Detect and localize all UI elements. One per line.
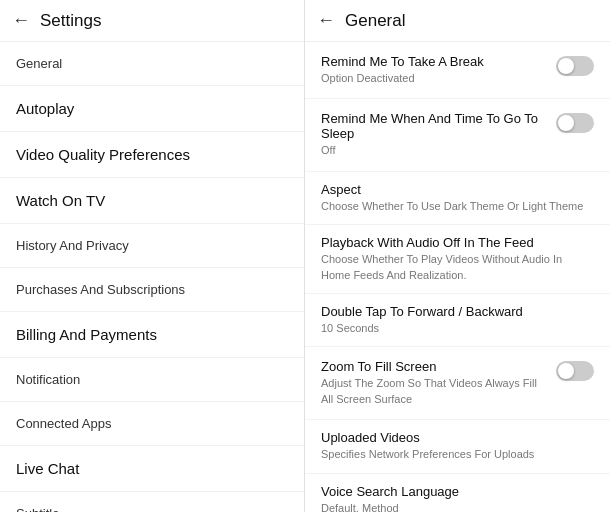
sidebar-item-10[interactable]: Subtitle: [0, 492, 304, 512]
setting-title-remind-sleep: Remind Me When And Time To Go To Sleep: [321, 111, 546, 141]
sidebar-item-2[interactable]: Video Quality Preferences: [0, 132, 304, 178]
setting-item-uploaded-videos[interactable]: Uploaded VideosSpecifies Network Prefere…: [305, 420, 610, 473]
setting-item-playback-audio-off[interactable]: Playback With Audio Off In The FeedChoos…: [305, 225, 610, 294]
setting-text-remind-sleep: Remind Me When And Time To Go To SleepOf…: [321, 111, 556, 158]
setting-title-voice-search: Voice Search Language: [321, 484, 594, 499]
setting-item-remind-break: Remind Me To Take A BreakOption Deactiva…: [305, 42, 610, 99]
right-header: ← General: [305, 0, 610, 42]
left-header: ← Settings: [0, 0, 304, 42]
toggle-remind-break[interactable]: [556, 56, 594, 76]
setting-title-remind-break: Remind Me To Take A Break: [321, 54, 546, 69]
sidebar-item-0[interactable]: General: [0, 42, 304, 86]
setting-text-zoom-fill: Zoom To Fill ScreenAdjust The Zoom So Th…: [321, 359, 556, 407]
sidebar-item-7[interactable]: Notification: [0, 358, 304, 402]
setting-subtitle-zoom-fill: Adjust The Zoom So That Videos Always Fi…: [321, 376, 546, 407]
left-panel: ← Settings GeneralAutoplayVideo Quality …: [0, 0, 305, 512]
setting-title-uploaded-videos: Uploaded Videos: [321, 430, 594, 445]
right-back-arrow[interactable]: ←: [317, 10, 335, 31]
setting-subtitle-uploaded-videos: Specifies Network Preferences For Upload…: [321, 447, 594, 462]
setting-item-remind-sleep: Remind Me When And Time To Go To SleepOf…: [305, 99, 610, 171]
left-menu: GeneralAutoplayVideo Quality Preferences…: [0, 42, 304, 512]
left-panel-title: Settings: [40, 11, 101, 31]
setting-subtitle-double-tap: 10 Seconds: [321, 321, 594, 336]
sidebar-item-6[interactable]: Billing And Payments: [0, 312, 304, 358]
setting-subtitle-remind-break: Option Deactivated: [321, 71, 546, 86]
setting-item-zoom-fill: Zoom To Fill ScreenAdjust The Zoom So Th…: [305, 347, 610, 420]
setting-title-aspect: Aspect: [321, 182, 594, 197]
sidebar-item-5[interactable]: Purchases And Subscriptions: [0, 268, 304, 312]
setting-text-remind-break: Remind Me To Take A BreakOption Deactiva…: [321, 54, 556, 86]
toggle-remind-sleep[interactable]: [556, 113, 594, 133]
sidebar-item-4[interactable]: History And Privacy: [0, 224, 304, 268]
toggle-container-remind-break: [556, 56, 594, 76]
toggle-zoom-fill[interactable]: [556, 361, 594, 381]
sidebar-item-1[interactable]: Autoplay: [0, 86, 304, 132]
right-panel: ← General Remind Me To Take A BreakOptio…: [305, 0, 610, 512]
setting-subtitle-playback-audio-off: Choose Whether To Play Videos Without Au…: [321, 252, 594, 283]
setting-item-aspect[interactable]: AspectChoose Whether To Use Dark Theme O…: [305, 172, 610, 225]
sidebar-item-8[interactable]: Connected Apps: [0, 402, 304, 446]
setting-subtitle-aspect: Choose Whether To Use Dark Theme Or Ligh…: [321, 199, 594, 214]
setting-title-playback-audio-off: Playback With Audio Off In The Feed: [321, 235, 594, 250]
toggle-knob-zoom-fill: [558, 363, 574, 379]
right-panel-title: General: [345, 11, 405, 31]
toggle-container-remind-sleep: [556, 113, 594, 133]
setting-item-voice-search[interactable]: Voice Search LanguageDefault, Method: [305, 474, 610, 512]
sidebar-item-3[interactable]: Watch On TV: [0, 178, 304, 224]
setting-subtitle-voice-search: Default, Method: [321, 501, 594, 512]
toggle-container-zoom-fill: [556, 361, 594, 381]
sidebar-item-9[interactable]: Live Chat: [0, 446, 304, 492]
toggle-knob-remind-sleep: [558, 115, 574, 131]
setting-title-double-tap: Double Tap To Forward / Backward: [321, 304, 594, 319]
left-back-arrow[interactable]: ←: [12, 10, 30, 31]
setting-item-double-tap[interactable]: Double Tap To Forward / Backward10 Secon…: [305, 294, 610, 347]
right-settings-list: Remind Me To Take A BreakOption Deactiva…: [305, 42, 610, 512]
setting-title-zoom-fill: Zoom To Fill Screen: [321, 359, 546, 374]
setting-subtitle-remind-sleep: Off: [321, 143, 546, 158]
toggle-knob-remind-break: [558, 58, 574, 74]
